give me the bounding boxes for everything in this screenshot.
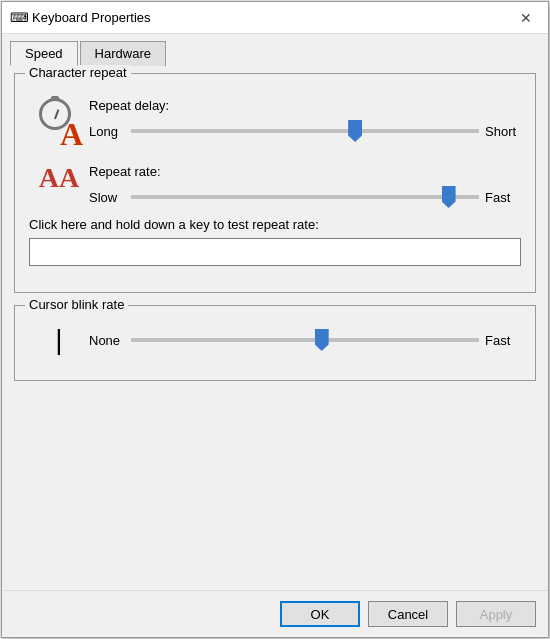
repeat-rate-slider[interactable] [131,195,479,199]
repeat-delay-label: Repeat delay: [89,98,521,113]
repeat-delay-left-label: Long [89,124,125,139]
test-input[interactable] [29,238,521,266]
keyboard-properties-window: ⌨ Keyboard Properties ✕ Speed Hardware C… [1,1,549,638]
repeat-delay-right-label: Short [485,124,521,139]
cursor-blink-icon-area: | [29,324,89,356]
test-input-area: Click here and hold down a key to test r… [29,217,521,266]
repeat-delay-section: Repeat delay: Long Short [89,98,521,145]
cursor-icon: | [39,324,79,356]
cursor-blink-row: | None Fast [29,324,521,356]
cursor-blink-title: Cursor blink rate [25,297,128,312]
repeat-delay-icon-area: A [29,98,89,150]
character-repeat-title: Character repeat [25,65,131,80]
tab-hardware[interactable]: Hardware [80,41,166,66]
window-title: Keyboard Properties [32,10,512,25]
ok-button[interactable]: OK [280,601,360,627]
cursor-blink-slider[interactable] [131,338,479,342]
cancel-button[interactable]: Cancel [368,601,448,627]
repeat-rate-row: AA Repeat rate: Slow Fast [29,160,521,211]
repeat-rate-section: Repeat rate: Slow Fast [89,164,521,211]
cursor-blink-section-inner: None Fast [89,326,521,354]
tab-speed[interactable]: Speed [10,41,78,66]
repeat-rate-icon: AA [39,164,79,192]
cursor-blink-track-row: None Fast [89,326,521,354]
character-repeat-group: Character repeat A Repeat delay: [14,73,536,293]
tabs-bar: Speed Hardware [2,34,548,65]
close-button[interactable]: ✕ [512,4,540,32]
cursor-blink-left-label: None [89,333,125,348]
test-label: Click here and hold down a key to test r… [29,217,521,232]
title-bar: ⌨ Keyboard Properties ✕ [2,2,548,34]
repeat-rate-icon-area: AA [29,164,89,192]
repeat-delay-track-row: Long Short [89,117,521,145]
repeat-rate-slider-wrapper [131,183,479,211]
button-bar: OK Cancel Apply [2,590,548,637]
repeat-rate-left-label: Slow [89,190,125,205]
repeat-delay-row: A Repeat delay: Long Short [29,94,521,150]
cursor-blink-group: Cursor blink rate | None Fast [14,305,536,381]
repeat-rate-track-row: Slow Fast [89,183,521,211]
apply-button[interactable]: Apply [456,601,536,627]
tab-content: Character repeat A Repeat delay: [2,65,548,590]
repeat-rate-label: Repeat rate: [89,164,521,179]
repeat-delay-slider-wrapper [131,117,479,145]
cursor-blink-slider-wrapper [131,326,479,354]
repeat-rate-right-label: Fast [485,190,521,205]
window-icon: ⌨ [10,10,26,26]
repeat-delay-slider[interactable] [131,129,479,133]
cursor-blink-right-label: Fast [485,333,521,348]
